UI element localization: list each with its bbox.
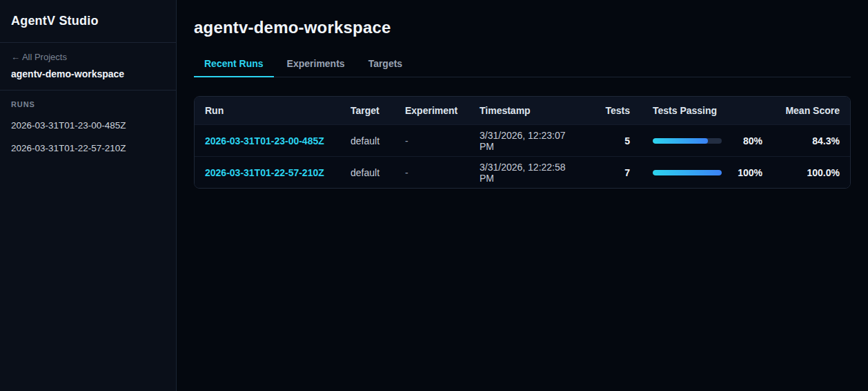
timestamp-cell: 3/31/2026, 12:23:07 PM — [480, 130, 576, 152]
sidebar-header: AgentV Studio — [0, 0, 176, 43]
tests-cell: 7 — [576, 167, 630, 178]
table-body: 2026-03-31T01-23-00-485Z default - 3/31/… — [195, 124, 850, 188]
column-header-mean-score: Mean Score — [762, 105, 840, 116]
all-projects-link[interactable]: ← All Projects — [11, 52, 165, 62]
sidebar-run-item[interactable]: 2026-03-31T01-23-00-485Z — [0, 114, 176, 137]
target-cell: default — [351, 167, 405, 178]
experiment-cell: - — [405, 135, 480, 146]
tab-experiments[interactable]: Experiments — [277, 58, 355, 77]
column-header-experiment: Experiment — [405, 105, 480, 116]
main-content: agentv-demo-workspace Recent RunsExperim… — [177, 0, 868, 391]
progress-bar-track — [653, 138, 722, 144]
progress-bar-fill — [653, 138, 708, 144]
runs-section-label: RUNS — [0, 100, 176, 108]
progress-bar-track — [653, 170, 722, 175]
sidebar: AgentV Studio ← All Projects agentv-demo… — [0, 0, 177, 391]
tab-bar: Recent RunsExperimentsTargets — [194, 58, 851, 77]
mean-score-cell: 84.3% — [762, 135, 840, 146]
run-link[interactable]: 2026-03-31T01-23-00-485Z — [205, 135, 324, 146]
passing-percent-label: 100% — [722, 167, 762, 178]
column-header-run: Run — [205, 105, 351, 116]
tab-recent-runs[interactable]: Recent Runs — [194, 58, 274, 77]
tab-targets[interactable]: Targets — [358, 58, 413, 77]
column-header-tests: Tests — [576, 105, 630, 116]
runs-list: 2026-03-31T01-23-00-485Z2026-03-31T01-22… — [0, 114, 176, 160]
runs-table: Run Target Experiment Timestamp Tests Te… — [194, 96, 851, 189]
mean-score-cell: 100.0% — [762, 167, 840, 178]
progress-bar-fill — [653, 170, 722, 175]
column-header-timestamp: Timestamp — [480, 105, 576, 116]
timestamp-cell: 3/31/2026, 12:22:58 PM — [480, 162, 576, 184]
sidebar-runs-section: RUNS 2026-03-31T01-23-00-485Z2026-03-31T… — [0, 90, 176, 160]
run-link[interactable]: 2026-03-31T01-22-57-210Z — [205, 167, 324, 178]
sidebar-project-section: ← All Projects agentv-demo-workspace — [0, 43, 176, 90]
tests-passing-cell: 100% — [630, 167, 762, 178]
tests-passing-cell: 80% — [630, 135, 762, 146]
app-title: AgentV Studio — [11, 14, 165, 28]
sidebar-workspace-name: agentv-demo-workspace — [11, 68, 165, 79]
table-row: 2026-03-31T01-23-00-485Z default - 3/31/… — [195, 124, 850, 156]
table-row: 2026-03-31T01-22-57-210Z default - 3/31/… — [195, 156, 850, 188]
tests-cell: 5 — [576, 135, 630, 146]
column-header-tests-passing: Tests Passing — [630, 105, 762, 116]
passing-percent-label: 80% — [722, 135, 762, 146]
sidebar-run-item[interactable]: 2026-03-31T01-22-57-210Z — [0, 137, 176, 160]
column-header-target: Target — [351, 105, 405, 116]
target-cell: default — [351, 135, 405, 146]
experiment-cell: - — [405, 167, 480, 178]
page-title: agentv-demo-workspace — [194, 18, 851, 37]
table-header-row: Run Target Experiment Timestamp Tests Te… — [195, 97, 850, 124]
